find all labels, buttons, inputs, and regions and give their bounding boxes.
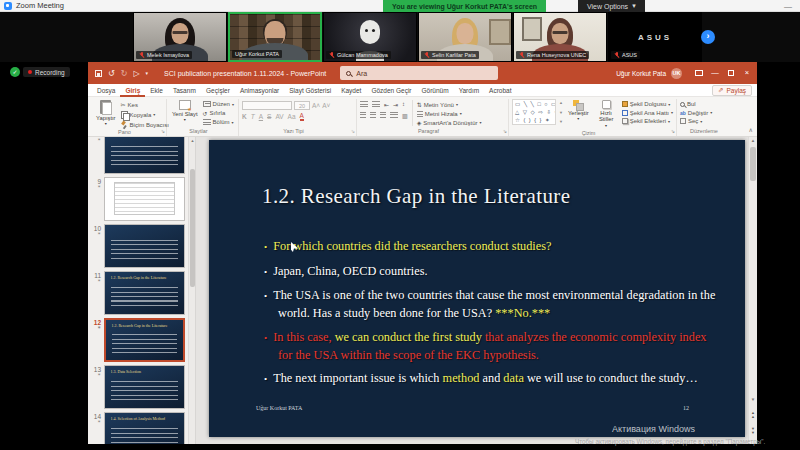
participant-tile[interactable]: Rena Huseynova UNEC — [513, 12, 607, 62]
scroll-up-icon[interactable]: ▲ — [189, 138, 196, 143]
slide-thumbnail-row[interactable]: 10✶ — [90, 224, 185, 268]
slide-thumbnail-row[interactable]: 11✶1.2. Research Gap in the Literature — [90, 271, 185, 315]
thumbnail-scrollbar[interactable]: ▲ — [188, 137, 195, 444]
save-icon[interactable] — [95, 70, 102, 77]
justify-icon[interactable] — [390, 112, 398, 118]
grow-font-button[interactable]: A˄ — [312, 102, 320, 109]
numbered-list-icon[interactable] — [372, 101, 380, 107]
slide-thumbnail[interactable]: 1.2. Research Gap in the Literature — [104, 318, 185, 362]
next-slide-button[interactable]: ▼▼ — [749, 427, 757, 434]
italic-button[interactable]: T — [251, 113, 255, 120]
shape-outline-button[interactable]: Şekil Ana Hattı▾ — [622, 110, 673, 116]
share-button[interactable]: ⇗Paylaş — [712, 85, 752, 96]
select-button[interactable]: Seç▾ — [680, 118, 712, 124]
slide-thumbnail-row[interactable]: 14✶1.4. Selection of Analysis Method — [90, 412, 185, 444]
restore-icon[interactable] — [723, 62, 739, 84]
slide-thumbnail[interactable] — [104, 137, 185, 174]
current-slide-canvas[interactable]: 1.2. Research Gap in the Literature •For… — [209, 140, 745, 437]
slide-bullet[interactable]: •For which countries did the researchers… — [264, 238, 719, 256]
line-spacing-icon[interactable]: ↕ — [402, 101, 405, 108]
arrange-button[interactable]: Yerleştir▾ — [566, 99, 591, 123]
slide-bullet[interactable]: •In this case, we can conduct the first … — [264, 329, 719, 364]
participant-tile[interactable]: Gülcan Mammadova — [323, 12, 417, 62]
text-direction-button[interactable]: ⇅Metin Yönü▾ — [417, 101, 482, 108]
cut-button[interactable]: ✂Kes — [121, 101, 169, 108]
increase-indent-icon[interactable]: ⇥ — [393, 101, 398, 108]
bold-button[interactable]: K — [242, 113, 247, 120]
slide-thumbnail-row[interactable]: 8✶ — [90, 137, 185, 174]
account-area[interactable]: Uğur Korkut Pata UK — [616, 68, 682, 79]
tab-görünüm[interactable]: Görünüm — [417, 84, 454, 97]
tab-giriş[interactable]: Giriş — [120, 84, 145, 97]
columns-icon[interactable]: ▥ — [402, 112, 408, 119]
convert-smartart-button[interactable]: ◈SmartArt'a Dönüştür▾ — [417, 119, 482, 126]
copy-button[interactable]: Kopyala▾ — [121, 111, 169, 119]
slide-thumbnail[interactable] — [104, 224, 185, 268]
char-spacing-button[interactable]: AV — [275, 113, 283, 120]
participant-tile[interactable]: Melek Ismayilova — [133, 12, 227, 62]
shape-effects-button[interactable]: Şekil Efektleri▾ — [622, 118, 673, 124]
slideshow-icon[interactable]: ▷ — [133, 69, 139, 78]
shapes-gallery[interactable]: ▭ ╲ ╲ □ ○ ▭ △ ▽ ◇ ⇨ ⇩ ◠ ☆ ( ) { } ✶ — [512, 99, 556, 125]
previous-slide-button[interactable]: ▲▲ — [749, 411, 757, 418]
scroll-down-icon[interactable]: ▼ — [749, 397, 757, 402]
participant-tile[interactable]: Uğur Korkut PATA — [228, 12, 322, 62]
tab-acrobat[interactable]: Acrobat — [484, 84, 516, 97]
align-right-icon[interactable] — [380, 112, 386, 118]
slide-thumbnail[interactable]: 1.3. Data Selection — [104, 365, 185, 409]
slide-scrollbar[interactable]: ▲ ▼ ▲▲ ▼▼ — [748, 137, 757, 444]
tab-tasarım[interactable]: Tasarım — [168, 84, 201, 97]
tab-kaydet[interactable]: Kaydet — [336, 84, 366, 97]
slide-thumbnail[interactable]: 1.2. Research Gap in the Literature — [104, 271, 185, 315]
font-color-button[interactable]: A — [300, 112, 304, 121]
slide-bullet[interactable]: •The USA is one of the two countries tha… — [264, 287, 719, 322]
tab-ekle[interactable]: Ekle — [145, 84, 168, 97]
slide-scrollbar-thumb[interactable] — [750, 147, 756, 181]
slide-thumbnail[interactable]: 1.4. Selection of Analysis Method — [104, 412, 185, 444]
bullet-list-icon[interactable] — [360, 101, 368, 107]
tab-yardım[interactable]: Yardım — [454, 84, 484, 97]
search-input[interactable]: Ara — [340, 66, 498, 80]
reset-button[interactable]: ↺Sıfırla — [203, 110, 234, 117]
font-name-select[interactable] — [242, 101, 292, 110]
shapes-gallery-scroll[interactable]: ▲▼▼ — [559, 99, 563, 125]
next-participants-button[interactable]: › — [701, 30, 715, 44]
tab-gözden-geçir[interactable]: Gözden Geçir — [366, 84, 416, 97]
close-icon[interactable]: × — [739, 62, 755, 84]
slide-thumbnail-row[interactable]: 9✶ — [90, 177, 185, 221]
section-button[interactable]: Bölüm▾ — [203, 119, 234, 125]
repeat-icon[interactable]: ↻ — [121, 69, 128, 78]
slide-bullet[interactable]: •Japan, China, OECD countries. — [264, 263, 719, 281]
slide-title[interactable]: 1.2. Research Gap in the Literature — [262, 184, 570, 209]
replace-button[interactable]: abDeğiştir▾ — [680, 110, 712, 116]
tab-slayt-gösterisi[interactable]: Slayt Gösterisi — [284, 84, 336, 97]
strikethrough-button[interactable]: S — [267, 113, 271, 120]
ribbon-display-options-icon[interactable] — [691, 62, 707, 84]
participant-tile[interactable]: Selin Karlilar Pata — [418, 12, 512, 62]
scroll-up-icon[interactable]: ▲ — [749, 138, 757, 143]
collapse-ribbon-icon[interactable]: ∧ — [749, 126, 753, 133]
minimize-icon[interactable]: — — [707, 62, 723, 84]
align-text-button[interactable]: Metni Hizala▾ — [417, 111, 482, 117]
slide-thumbnail-row[interactable]: 12✶1.2. Research Gap in the Literature — [90, 318, 185, 362]
slide-thumbnail-row[interactable]: 13✶1.3. Data Selection — [90, 365, 185, 409]
shape-fill-button[interactable]: Şekil Dolgusu▾ — [622, 101, 673, 107]
clipboard-dialog-launcher[interactable]: ⇘ — [161, 128, 165, 134]
underline-button[interactable]: A — [259, 113, 263, 120]
change-case-button[interactable]: Aa — [288, 113, 296, 120]
undo-icon[interactable]: ↺ — [108, 69, 115, 78]
decrease-indent-icon[interactable]: ⇤ — [384, 101, 389, 108]
minimize-zoom-button[interactable]: — — [784, 0, 792, 12]
align-left-icon[interactable] — [360, 112, 366, 118]
tab-geçişler[interactable]: Geçişler — [201, 84, 235, 97]
slide-body-text[interactable]: •For which countries did the researchers… — [264, 238, 719, 395]
find-button[interactable]: Bul — [680, 101, 712, 107]
font-size-select[interactable]: 20 — [294, 101, 310, 110]
slide-bullet[interactable]: •The next important issue is which metho… — [264, 370, 719, 388]
slide-thumbnail[interactable] — [104, 177, 185, 221]
customize-qat-icon[interactable]: ▾ — [146, 70, 149, 76]
drawing-dialog-launcher[interactable]: ⇘ — [671, 128, 675, 134]
paragraph-dialog-launcher[interactable]: ⇘ — [503, 128, 507, 134]
thumbnail-scrollbar-thumb[interactable] — [190, 169, 195, 287]
participant-tile[interactable]: ASUSASUS — [608, 12, 702, 62]
